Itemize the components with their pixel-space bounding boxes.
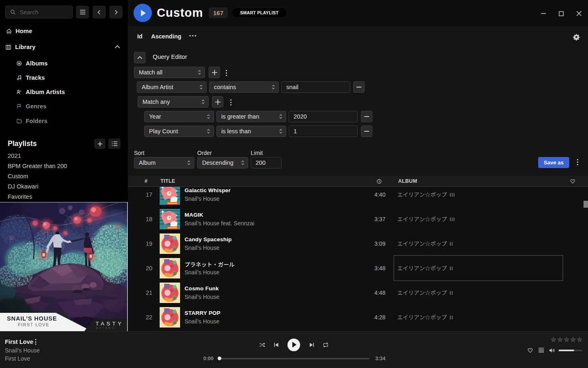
svg-text:SNAIL’S HOUSE: SNAIL’S HOUSE [7,315,57,322]
svg-text:TASTY: TASTY [96,321,124,327]
svg-text:BSTMRXI: BSTMRXI [96,327,117,329]
svg-text:FIRST LOVE: FIRST LOVE [18,322,49,327]
